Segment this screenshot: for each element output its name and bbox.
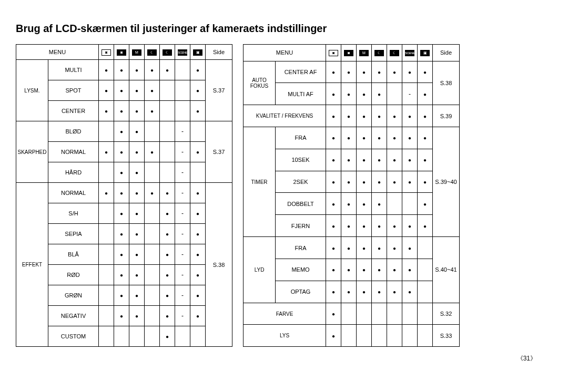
side-ref: S.38: [433, 61, 460, 105]
group-label: EFFEKT: [16, 183, 48, 347]
item-label: FJERN: [276, 215, 326, 237]
item-label: GRØN: [48, 285, 99, 306]
item-label: CENTER: [48, 101, 99, 121]
mode-icon: ◙: [341, 45, 357, 61]
item-label: OPTAG: [276, 281, 326, 303]
item-label: FRA: [276, 127, 326, 149]
group-label: LYS: [244, 325, 326, 347]
mode-icon: ◙: [114, 45, 129, 60]
side-ref: S.40~41: [433, 237, 460, 303]
item-label: SPOT: [48, 80, 99, 101]
item-label: CUSTOM: [48, 326, 99, 347]
side-ref: S.33: [433, 325, 460, 347]
hdr-side-left: Side: [206, 45, 232, 60]
mode-icon: SCENE: [402, 45, 418, 61]
item-label: DOBBELT: [276, 193, 326, 215]
item-label: 2SEK: [276, 171, 326, 193]
side-ref: S.39: [433, 105, 460, 127]
mode-icon: ▣: [418, 45, 433, 61]
item-label: BLØD: [48, 121, 99, 142]
hdr-menu-right: MENU: [244, 45, 326, 61]
item-label: RØD: [48, 265, 99, 285]
side-ref: S.39~40: [433, 127, 460, 236]
hdr-menu-left: MENU: [16, 45, 99, 60]
mode-icon: ☾: [160, 45, 175, 60]
side-ref: S.37: [206, 121, 232, 183]
group-label: LYSM.: [16, 60, 48, 121]
group-label: TIMER: [244, 127, 276, 236]
group-label: FARVE: [244, 303, 326, 325]
item-label: S/H: [48, 203, 99, 224]
tables-container: MENU ◙ ◙ M ☾ ☾ SCENE ▣ Side LYSM. MULTI …: [16, 44, 552, 347]
item-label: SEPIA: [48, 224, 99, 244]
item-label: NORMAL: [48, 142, 99, 162]
side-ref: S.37: [206, 60, 232, 121]
hdr-side-right: Side: [433, 45, 460, 61]
item-label: NORMAL: [48, 183, 99, 203]
item-label: BLÅ: [48, 244, 99, 265]
side-ref: S.32: [433, 303, 460, 325]
page-title: Brug af LCD-skærmen til justeringer af k…: [16, 23, 552, 35]
mode-icon: ▣: [190, 45, 206, 60]
group-label: LYD: [244, 237, 276, 303]
mode-icon: M: [129, 45, 145, 60]
mode-icon: ◙: [326, 45, 341, 61]
item-label: NEGATIV: [48, 306, 99, 326]
item-label: MULTI AF: [276, 83, 326, 105]
mode-icon: M: [357, 45, 372, 61]
mode-icon: ◙: [99, 45, 114, 60]
table-right: MENU ◙ ◙ M ☾ ☾ SCENE ▣ Side AUTO FOKUS C…: [243, 44, 460, 347]
item-label: MULTI: [48, 60, 99, 80]
item-label: MEMO: [276, 259, 326, 281]
mode-icon: ☾: [387, 45, 402, 61]
group-label: AUTO FOKUS: [244, 61, 276, 105]
item-label: HÅRD: [48, 162, 99, 183]
item-label: CENTER AF: [276, 61, 326, 83]
mode-icon: ☾: [372, 45, 387, 61]
group-label: KVALITET / FREKVENS: [244, 105, 326, 127]
item-label: 10SEK: [276, 149, 326, 171]
table-left: MENU ◙ ◙ M ☾ ☾ SCENE ▣ Side LYSM. MULTI …: [16, 44, 232, 347]
mode-icon: ☾: [145, 45, 160, 60]
group-label: SKARPHED: [16, 121, 48, 183]
item-label: FRA: [276, 237, 326, 259]
side-ref: S.38: [206, 183, 232, 347]
mode-icon: SCENE: [175, 45, 190, 60]
page-number: 《31》: [16, 354, 552, 363]
